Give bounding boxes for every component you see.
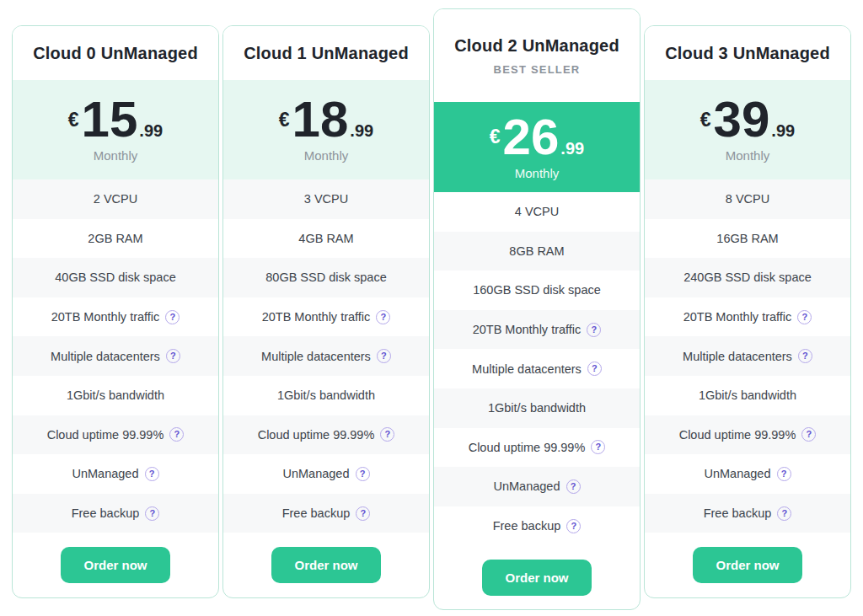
help-icon[interactable]: ?: [145, 467, 159, 481]
order-now-button[interactable]: Order now: [61, 547, 169, 583]
feature-label: Free backup: [493, 519, 561, 533]
feature-label: 240GB SSD disk space: [683, 271, 812, 284]
order-now-button[interactable]: Order now: [482, 560, 591, 596]
pricing-table: Cloud 0 UnManaged € 15 .99 Monthly 2 VCP…: [0, 0, 863, 610]
currency-symbol: €: [700, 110, 711, 130]
billing-period: Monthly: [515, 166, 560, 180]
help-icon[interactable]: ?: [566, 519, 581, 533]
price: € 18 .99: [279, 97, 373, 142]
feature-label: Free backup: [282, 506, 351, 520]
price-integer: 18: [292, 97, 349, 142]
help-icon[interactable]: ?: [591, 440, 605, 454]
feature-row: Free backup?: [223, 494, 429, 533]
pricing-card-cloud-2-best-seller: Cloud 2 UnManaged BEST SELLER € 26 .99 M…: [433, 8, 641, 610]
plan-title: Cloud 3 UnManaged: [665, 44, 830, 63]
feature-row: 2GB RAM: [13, 219, 218, 259]
feature-label: Free backup: [72, 506, 140, 520]
feature-label: UnManaged: [494, 479, 560, 493]
help-icon[interactable]: ?: [376, 310, 390, 324]
feature-row: 20TB Monthly traffic?: [223, 297, 429, 337]
feature-label: Multiple datacenters: [51, 350, 160, 363]
feature-row: 4GB RAM: [223, 219, 429, 259]
feature-row: Multiple datacenters?: [434, 349, 640, 388]
help-icon[interactable]: ?: [777, 467, 791, 481]
help-icon[interactable]: ?: [145, 506, 159, 521]
feature-row: UnManaged?: [645, 454, 850, 494]
price-band: € 18 .99 Monthly: [223, 80, 429, 179]
feature-label: UnManaged: [72, 467, 139, 480]
feature-row: UnManaged?: [434, 467, 640, 506]
help-icon[interactable]: ?: [801, 427, 816, 442]
price-band: € 39 .99 Monthly: [645, 80, 850, 179]
help-icon[interactable]: ?: [169, 427, 184, 442]
price-band: € 26 .99 Monthly: [434, 102, 640, 192]
pricing-card-cloud-3: Cloud 3 UnManaged € 39 .99 Monthly 8 VCP…: [644, 25, 851, 598]
price-decimal: .99: [139, 122, 163, 142]
price-decimal: .99: [771, 122, 795, 142]
pricing-card-cloud-0: Cloud 0 UnManaged € 15 .99 Monthly 2 VCP…: [12, 25, 219, 598]
feature-label: 20TB Monthly traffic: [683, 310, 792, 324]
feature-row: 8GB RAM: [434, 232, 640, 271]
feature-label: 1Gbit/s bandwidth: [277, 388, 375, 402]
help-icon[interactable]: ?: [377, 349, 391, 363]
feature-label: 8 VCPU: [726, 192, 769, 206]
price: € 15 .99: [68, 97, 163, 142]
feature-label: 1Gbit/s bandwidth: [488, 401, 586, 415]
feature-label: 80GB SSD disk space: [265, 271, 386, 284]
feature-row: UnManaged?: [223, 454, 429, 494]
currency-symbol: €: [68, 110, 79, 130]
feature-row: 240GB SSD disk space: [645, 258, 850, 297]
feature-label: Cloud uptime 99.99%: [258, 428, 375, 442]
feature-row: Multiple datacenters?: [645, 336, 850, 376]
feature-row: Multiple datacenters?: [223, 336, 429, 376]
help-icon[interactable]: ?: [797, 310, 812, 324]
feature-label: 8GB RAM: [509, 244, 564, 258]
feature-label: Multiple datacenters: [683, 350, 792, 363]
help-icon[interactable]: ?: [587, 362, 602, 376]
feature-label: UnManaged: [705, 467, 771, 480]
help-icon[interactable]: ?: [380, 427, 394, 442]
price-integer: 15: [82, 97, 138, 142]
feature-label: Cloud uptime 99.99%: [469, 441, 586, 454]
feature-row: Cloud uptime 99.99%?: [13, 415, 218, 455]
help-icon[interactable]: ?: [587, 323, 601, 337]
feature-label: 2 VCPU: [94, 192, 137, 206]
billing-period: Monthly: [94, 148, 138, 163]
feature-label: Cloud uptime 99.99%: [679, 428, 796, 442]
feature-label: 3 VCPU: [304, 192, 348, 206]
order-now-button[interactable]: Order now: [693, 547, 801, 583]
feature-row: 1Gbit/s bandwidth: [223, 376, 429, 415]
help-icon[interactable]: ?: [165, 310, 180, 324]
best-seller-badge: BEST SELLER: [494, 63, 581, 76]
feature-row: 1Gbit/s bandwidth: [13, 376, 218, 415]
help-icon[interactable]: ?: [798, 349, 812, 363]
price-decimal: .99: [350, 122, 373, 142]
help-icon[interactable]: ?: [166, 349, 180, 363]
feature-row: Multiple datacenters?: [13, 336, 218, 376]
cta-area: Order now: [434, 545, 640, 609]
feature-row: 3 VCPU: [223, 179, 429, 219]
help-icon[interactable]: ?: [356, 506, 370, 521]
feature-row: 40GB SSD disk space: [13, 258, 218, 297]
feature-list: 4 VCPU 8GB RAM 160GB SSD disk space 20TB…: [434, 192, 640, 545]
feature-list: 2 VCPU 2GB RAM 40GB SSD disk space 20TB …: [13, 179, 218, 533]
feature-row: 2 VCPU: [13, 179, 218, 219]
plan-title: Cloud 1 UnManaged: [244, 44, 409, 63]
cta-area: Order now: [13, 533, 218, 597]
pricing-card-cloud-1: Cloud 1 UnManaged € 18 .99 Monthly 3 VCP…: [222, 25, 430, 598]
feature-label: 1Gbit/s bandwidth: [67, 388, 164, 402]
card-header: Cloud 3 UnManaged: [645, 26, 850, 80]
card-header: Cloud 1 UnManaged: [223, 26, 429, 80]
feature-row: 160GB SSD disk space: [434, 271, 640, 310]
feature-label: Multiple datacenters: [261, 350, 371, 363]
cta-area: Order now: [223, 533, 429, 597]
order-now-button[interactable]: Order now: [271, 547, 380, 583]
help-icon[interactable]: ?: [777, 506, 791, 521]
help-icon[interactable]: ?: [566, 479, 581, 494]
card-header: Cloud 0 UnManaged: [13, 26, 218, 80]
feature-row: 8 VCPU: [645, 179, 850, 219]
feature-label: 20TB Monthly traffic: [473, 323, 582, 336]
feature-row: 20TB Monthly traffic?: [645, 297, 850, 337]
help-icon[interactable]: ?: [356, 467, 370, 481]
price-integer: 39: [714, 97, 770, 142]
